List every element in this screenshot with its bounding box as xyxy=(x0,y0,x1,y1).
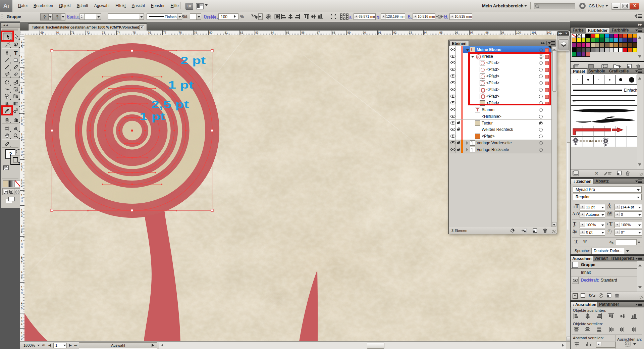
svg-text:1 pt: 1 pt xyxy=(140,110,165,122)
svg-text:1 pt: 1 pt xyxy=(168,79,194,91)
svg-text:T: T xyxy=(14,50,18,56)
svg-text:2,5 pt: 2,5 pt xyxy=(151,98,189,110)
svg-text:2 pt: 2 pt xyxy=(180,54,206,66)
